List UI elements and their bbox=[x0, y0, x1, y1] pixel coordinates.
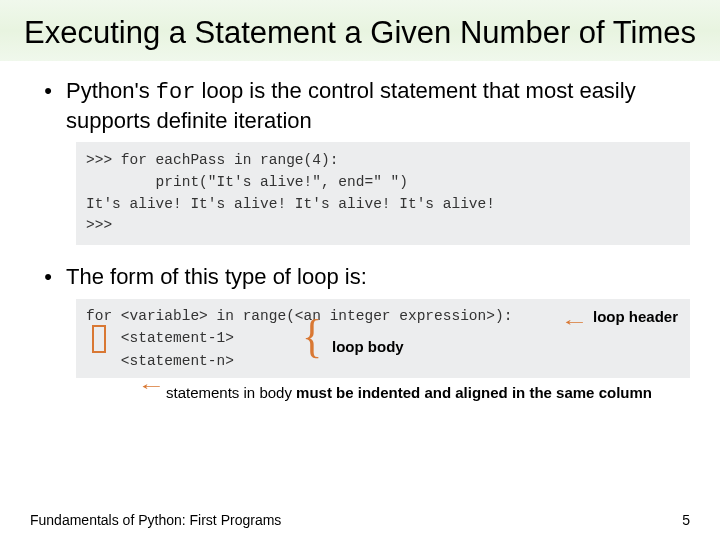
footer: Fundamentals of Python: First Programs 5 bbox=[30, 512, 690, 528]
indent-note-bold: must be indented and aligned in the same… bbox=[296, 384, 652, 401]
loop-form-block: for <variable> in range(<an integer expr… bbox=[76, 299, 690, 378]
indent-note-lead: statements in body bbox=[166, 384, 296, 401]
indent-highlight-box bbox=[92, 325, 106, 353]
bullet-2: • The form of this type of loop is: bbox=[30, 263, 690, 291]
code-line-1: >>> for eachPass in range(4): bbox=[86, 150, 680, 172]
bullet-dot: • bbox=[30, 263, 66, 291]
arrow-left-icon: ← bbox=[137, 376, 166, 398]
code-line-4: It's alive! It's alive! It's alive! It's… bbox=[86, 194, 680, 216]
title-band: Executing a Statement a Given Number of … bbox=[0, 0, 720, 61]
bullet-1-code: for bbox=[156, 80, 196, 105]
bullet-dot: • bbox=[30, 77, 66, 134]
code-line-5: >>> bbox=[86, 215, 680, 237]
content-area: • Python's for loop is the control state… bbox=[0, 61, 720, 402]
bullet-1: • Python's for loop is the control state… bbox=[30, 77, 690, 134]
code-example: >>> for eachPass in range(4): print("It'… bbox=[76, 142, 690, 245]
code-line-2: print("It's alive!", end=" ") bbox=[86, 172, 680, 194]
footer-source: Fundamentals of Python: First Programs bbox=[30, 512, 281, 528]
bullet-1-text: Python's for loop is the control stateme… bbox=[66, 77, 690, 134]
arrow-left-icon: ← bbox=[566, 309, 583, 337]
form-line-1: for <variable> in range(<an integer expr… bbox=[86, 305, 680, 327]
indent-note: ← statements in body must be indented an… bbox=[76, 382, 690, 402]
bullet-2-text: The form of this type of loop is: bbox=[66, 263, 690, 291]
loop-body-label: loop body bbox=[332, 335, 404, 358]
slide-title: Executing a Statement a Given Number of … bbox=[20, 14, 700, 51]
loop-header-label: loop header bbox=[593, 305, 678, 328]
bullet-1-pre: Python's bbox=[66, 78, 156, 103]
page-number: 5 bbox=[682, 512, 690, 528]
brace-icon: { bbox=[302, 317, 322, 359]
